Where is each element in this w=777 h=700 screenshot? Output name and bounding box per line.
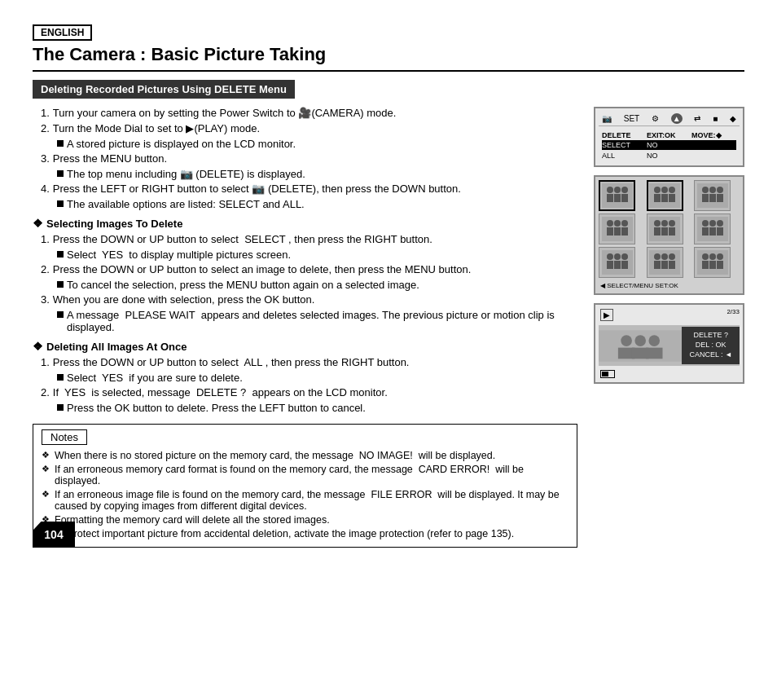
page-number-box: 104 [33, 522, 75, 548]
image-preview-area: DELETE ? DEL : OK CANCEL : ◄ [599, 325, 740, 366]
bullet [57, 200, 64, 207]
svg-rect-23 [607, 227, 613, 236]
delete-bottom-bar [599, 369, 740, 379]
svg-rect-37 [702, 227, 709, 236]
svg-point-12 [669, 187, 675, 193]
note-text: To protect important picture from accide… [55, 528, 514, 539]
step-text: When you are done with selection, press … [53, 293, 315, 306]
svg-point-45 [614, 253, 621, 260]
svg-point-61 [717, 253, 723, 260]
sub-text: The available options are listed: SELECT… [67, 198, 305, 210]
battery-icon [600, 370, 615, 378]
bullet [57, 404, 64, 411]
page-container: ENGLISH The Camera : Basic Picture Takin… [0, 0, 777, 564]
thumb-image-9 [697, 250, 728, 275]
svg-point-29 [654, 220, 661, 227]
svg-rect-60 [709, 261, 716, 269]
lcd-menu-content: DELETE EXIT:OK MOVE:◆ SELECT NO ALL NO [599, 130, 740, 162]
svg-point-52 [661, 253, 668, 260]
svg-point-33 [669, 220, 675, 227]
svg-rect-32 [661, 227, 668, 236]
page-title: The Camera : Basic Picture Taking [33, 44, 744, 72]
note-item-4: ❖ Formatting the memory card will delete… [42, 514, 568, 526]
sub-text: The top menu including 📷 (DELETE) is dis… [67, 168, 305, 180]
thumb-image-8 [649, 250, 680, 275]
notes-header: Notes [42, 429, 87, 445]
thumb-cell-1 [599, 180, 635, 211]
lcd-empty-1 [691, 141, 736, 149]
thumb-cell-2 [647, 180, 683, 211]
lcd-icon-7: ◆ [730, 114, 736, 123]
sub-text: To cancel the selection, press the MENU … [67, 279, 419, 291]
svg-point-54 [669, 253, 675, 260]
svg-rect-39 [709, 227, 716, 236]
note-text: Formatting the memory card will delete a… [55, 514, 330, 526]
svg-rect-25 [614, 227, 621, 236]
step-1: 1. Turn your camera on by setting the Po… [41, 107, 577, 119]
svg-point-38 [709, 220, 716, 227]
lcd-col-exit: EXIT:OK [647, 131, 691, 139]
step-text: Turn your camera on by setting the Power… [53, 107, 397, 119]
sub-text: Select YES to display multiple pictures … [67, 249, 291, 261]
lcd-col-delete: DELETE [602, 131, 647, 139]
svg-rect-51 [654, 261, 661, 269]
delete-dialog-overlay: DELETE ? DEL : OK CANCEL : ◄ [682, 327, 740, 364]
svg-rect-30 [654, 227, 661, 236]
sub-item: The top menu including 📷 (DELETE) is dis… [57, 168, 577, 180]
svg-point-47 [621, 253, 628, 260]
lcd-top-icons: 📷 SET ⚙ ▲ ⇄ ■ ◆ [599, 112, 740, 126]
sub-item: A stored picture is displayed on the LCD… [57, 138, 577, 150]
english-badge: ENGLISH [33, 24, 92, 41]
section-header: Deleting Recorded Pictures Using DELETE … [33, 80, 295, 99]
svg-point-10 [661, 187, 668, 193]
note-item-5: ❖ To protect important picture from acci… [42, 528, 568, 539]
sub-item: Press the OK button to delete. Press the… [57, 402, 577, 414]
page-number-container: 104 [33, 522, 75, 548]
svg-point-68 [648, 335, 660, 346]
delete-question: DELETE ? [688, 331, 733, 339]
bullet [57, 311, 64, 318]
deleting-all-label: Deleting All Images At Once [46, 341, 187, 353]
lcd-all-label: ALL [602, 152, 647, 160]
sub-text: A stored picture is displayed on the LCD… [67, 138, 296, 150]
svg-rect-20 [717, 194, 723, 202]
svg-point-19 [717, 187, 723, 193]
step-text: If YES is selected, message DELETE ? app… [53, 386, 388, 398]
lcd-icon-6: ■ [713, 114, 718, 123]
svg-point-43 [607, 253, 613, 260]
sub-text: Press the OK button to delete. Press the… [67, 402, 366, 414]
svg-rect-11 [661, 194, 668, 202]
svg-rect-13 [669, 194, 675, 202]
step-text: Press the MENU button. [53, 152, 167, 165]
svg-point-31 [661, 220, 668, 227]
thumb-cell-7 [599, 247, 635, 278]
svg-point-59 [709, 253, 716, 260]
svg-rect-27 [621, 227, 628, 236]
bullet [57, 140, 64, 147]
svg-point-64 [621, 335, 632, 346]
svg-point-15 [702, 187, 709, 193]
cross-icon: ❖ [42, 450, 50, 461]
thumb-image-3 [697, 183, 728, 208]
thumb-footer-text: ◀ SELECT/MENU SET:OK [600, 282, 678, 289]
sub-text: A message PLEASE WAIT appears and delete… [67, 309, 577, 333]
deleting-all-title: ❖ Deleting All Images At Once [33, 340, 577, 353]
sub-item: The available options are listed: SELECT… [57, 198, 577, 210]
svg-rect-46 [614, 261, 621, 269]
svg-rect-6 [621, 194, 628, 202]
svg-point-57 [702, 253, 709, 260]
svg-rect-2 [607, 194, 613, 202]
svg-rect-4 [614, 194, 621, 202]
all-step-2: 2. If YES is selected, message DELETE ? … [41, 386, 577, 398]
thumb-image-6 [697, 217, 728, 241]
page-number: 104 [44, 528, 63, 541]
sel-step-2: 2. Press the DOWN or UP button to select… [41, 263, 577, 275]
step-num: 3. [41, 152, 50, 165]
svg-rect-55 [669, 261, 675, 269]
selecting-steps: 1. Press the DOWN or UP button to select… [41, 233, 577, 333]
svg-rect-62 [717, 261, 723, 269]
all-step-1: 1. Press the DOWN or UP button to select… [41, 356, 577, 368]
thumb-cell-8 [647, 247, 683, 278]
lcd-empty-2 [691, 152, 736, 160]
note-text: If an erroneous memory card format is fo… [55, 464, 568, 486]
